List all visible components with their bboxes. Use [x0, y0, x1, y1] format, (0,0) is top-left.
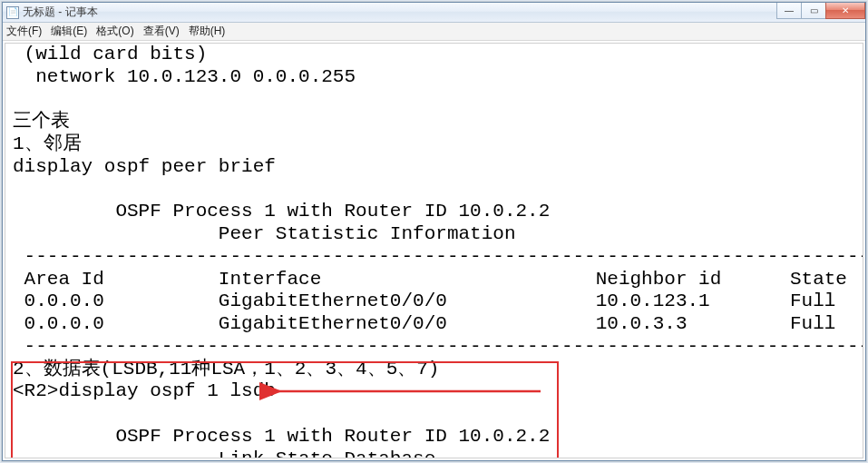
text-line: 2、数据表(LSDB,11种LSA，1、2、3、4、5、7)	[13, 359, 439, 379]
menu-file[interactable]: 文件(F)	[6, 24, 42, 39]
window-title: 无标题 - 记事本	[23, 5, 98, 20]
menu-view[interactable]: 查看(V)	[143, 24, 180, 39]
text-line: network 10.0.123.0 0.0.0.255	[13, 66, 356, 87]
editor-viewport[interactable]: (wild card bits) network 10.0.123.0 0.0.…	[5, 43, 863, 458]
text-line: display ospf peer brief	[13, 156, 276, 177]
window-controls: — ▭ ✕	[777, 3, 865, 19]
menu-edit[interactable]: 编辑(E)	[51, 24, 87, 39]
text-line: Peer Statistic Information	[13, 223, 516, 244]
minimize-button[interactable]: —	[776, 3, 802, 19]
menu-format[interactable]: 格式(O)	[96, 24, 133, 39]
text-line: ----------------------------------------…	[13, 336, 863, 357]
text-line: Area Id Interface Neighbor id State	[13, 269, 847, 290]
close-button[interactable]: ✕	[825, 3, 865, 19]
app-icon: 📄	[6, 6, 19, 19]
text-line: OSPF Process 1 with Router ID 10.0.2.2	[13, 201, 550, 222]
text-line: <R2>display ospf 1 lsdb	[13, 380, 276, 401]
text-line: 1、邻居	[13, 133, 82, 154]
text-line: ----------------------------------------…	[13, 246, 863, 267]
text-line: 0.0.0.0 GigabitEthernet0/0/0 10.0.3.3 Fu…	[13, 313, 835, 334]
text-line: 0.0.0.0 GigabitEthernet0/0/0 10.0.123.1 …	[13, 291, 835, 311]
text-line: Link State Database	[13, 448, 435, 458]
text-line: 三个表	[13, 111, 70, 132]
menu-help[interactable]: 帮助(H)	[189, 24, 226, 39]
titlebar[interactable]: 📄 无标题 - 记事本 — ▭ ✕	[3, 3, 865, 23]
text-line: OSPF Process 1 with Router ID 10.0.2.2	[13, 426, 550, 447]
text-line: (wild card bits)	[13, 44, 207, 64]
text-content[interactable]: (wild card bits) network 10.0.123.0 0.0.…	[5, 44, 863, 458]
window: 📄 无标题 - 记事本 — ▭ ✕ 文件(F) 编辑(E) 格式(O) 查看(V…	[2, 2, 866, 461]
menubar: 文件(F) 编辑(E) 格式(O) 查看(V) 帮助(H)	[3, 23, 865, 41]
maximize-button[interactable]: ▭	[801, 3, 826, 19]
